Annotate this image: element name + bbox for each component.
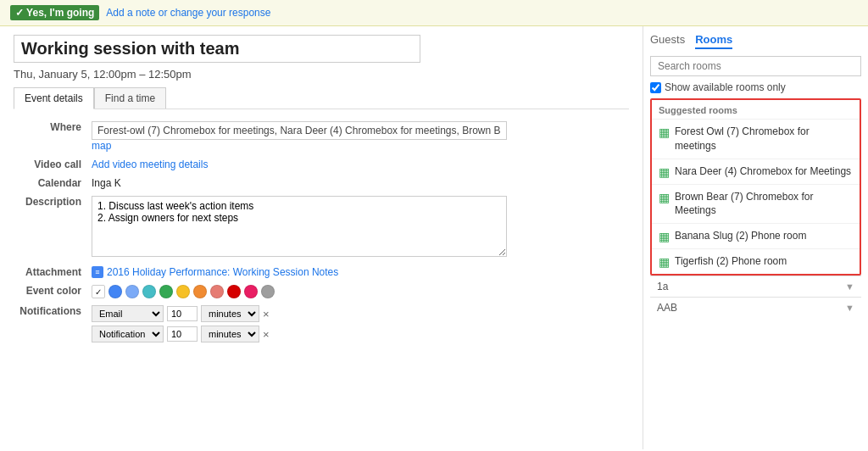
room-icon-4: ▦ (659, 230, 670, 243)
color-picker: ✓ (92, 285, 627, 298)
notif-type-2[interactable]: Notification Email (92, 326, 164, 342)
description-label: Description (14, 192, 90, 263)
color-light-blue[interactable] (125, 285, 139, 298)
description-textarea[interactable]: 1. Discuss last week's action items 2. A… (92, 196, 507, 257)
show-available-row: Show available rooms only (650, 81, 861, 93)
calendar-value: Inga K (90, 174, 629, 192)
rsvp-banner: ✓ Yes, I'm going Add a note or change yo… (0, 0, 868, 26)
attachment-value-cell: ≡ 2016 Holiday Performance: Working Sess… (90, 263, 629, 281)
room-icon-5: ▦ (659, 255, 670, 269)
rooms-list: Suggested rooms ▦ Forest Owl (7) Chromeb… (650, 98, 861, 276)
section-aab-label: AAB (657, 302, 677, 314)
suggested-header: Suggested rooms (652, 100, 860, 119)
map-link[interactable]: map (92, 140, 111, 152)
going-badge: ✓ Yes, I'm going (10, 5, 99, 20)
color-green[interactable] (159, 285, 173, 298)
color-blue[interactable] (108, 285, 122, 298)
room-icon-2: ▦ (659, 165, 670, 179)
video-link[interactable]: Add video meeting details (92, 159, 208, 170)
color-row-tr: Event color ✓ (14, 281, 629, 302)
notification-row-2: Notification Email minutes hours days × (92, 326, 627, 342)
room-name-2: Nara Deer (4) Chromebox for Meetings (675, 164, 851, 179)
panel-tabs: Guests Rooms (650, 33, 861, 49)
notif-amount-1[interactable] (167, 306, 198, 321)
color-pink[interactable] (210, 285, 224, 298)
room-name-5: Tigerfish (2) Phone room (675, 254, 787, 269)
calendar-row: Calendar Inga K (14, 174, 629, 192)
event-title-input[interactable] (14, 35, 420, 63)
show-available-label: Show available rooms only (665, 81, 786, 93)
section-aab-chevron: ▼ (845, 303, 854, 313)
section-1a-chevron: ▼ (845, 281, 854, 292)
notif-unit-1[interactable]: minutes hours days (201, 305, 259, 322)
color-magenta[interactable] (244, 285, 258, 298)
attachment-label: Attachment (14, 263, 90, 281)
room-name-3: Brown Bear (7) Chromebox for Meetings (675, 190, 853, 219)
calendar-label: Calendar (14, 174, 90, 192)
attachment-link[interactable]: ≡ 2016 Holiday Performance: Working Sess… (92, 266, 627, 278)
room-icon-1: ▦ (659, 125, 670, 139)
section-aab[interactable]: AAB ▼ (650, 297, 861, 318)
description-row: Description 1. Discuss last week's actio… (14, 192, 629, 263)
video-label: Video call (14, 155, 90, 174)
notifications-row: Notifications Email Notification minutes… (14, 302, 629, 349)
notif-amount-2[interactable] (167, 326, 198, 342)
room-item-3[interactable]: ▦ Brown Bear (7) Chromebox for Meetings (652, 184, 860, 224)
where-input[interactable] (92, 121, 507, 140)
room-icon-3: ▦ (659, 191, 670, 204)
where-row: Where map (14, 118, 629, 155)
description-value-cell: 1. Discuss last week's action items 2. A… (90, 192, 629, 263)
right-panel: Guests Rooms Show available rooms only S… (643, 26, 868, 449)
room-item-4[interactable]: ▦ Banana Slug (2) Phone room (652, 223, 860, 248)
color-gray[interactable] (261, 285, 275, 298)
attachment-row: Attachment ≡ 2016 Holiday Performance: W… (14, 263, 629, 281)
color-check[interactable]: ✓ (92, 285, 105, 298)
color-teal[interactable] (142, 285, 156, 298)
tab-event-details[interactable]: Event details (14, 87, 94, 109)
room-name-1: Forest Owl (7) Chromebox for meetings (675, 125, 853, 153)
doc-icon: ≡ (92, 266, 103, 278)
notif-remove-1[interactable]: × (263, 308, 270, 320)
room-item-1[interactable]: ▦ Forest Owl (7) Chromebox for meetings (652, 119, 860, 159)
video-row: Video call Add video meeting details (14, 155, 629, 174)
room-item-5[interactable]: ▦ Tigerfish (2) Phone room (652, 248, 860, 274)
tab-rooms[interactable]: Rooms (695, 33, 732, 49)
video-value-cell: Add video meeting details (90, 155, 629, 174)
event-tabs: Event details Find a time (14, 87, 629, 109)
where-value-cell: map (90, 118, 629, 155)
room-name-4: Banana Slug (2) Phone room (675, 229, 806, 243)
main-layout: Thu, January 5, 12:00pm – 12:50pm Event … (0, 26, 868, 449)
notif-remove-2[interactable]: × (263, 328, 270, 341)
tab-find-time[interactable]: Find a time (94, 87, 166, 109)
attachment-name: 2016 Holiday Performance: Working Sessio… (107, 266, 338, 278)
where-label: Where (14, 118, 90, 155)
section-1a-label: 1a (657, 281, 668, 292)
notif-type-1[interactable]: Email Notification (92, 305, 164, 322)
tab-guests[interactable]: Guests (650, 33, 685, 49)
search-rooms-input[interactable] (650, 56, 861, 76)
color-swatches: ✓ (90, 281, 629, 302)
notifications-label: Notifications (14, 302, 90, 349)
color-red[interactable] (227, 285, 241, 298)
notification-row-1: Email Notification minutes hours days × (92, 305, 627, 322)
room-item-2[interactable]: ▦ Nara Deer (4) Chromebox for Meetings (652, 159, 860, 184)
event-form: Where map Video call Add video meeting d… (14, 118, 629, 349)
event-time: Thu, January 5, 12:00pm – 12:50pm (14, 68, 629, 81)
section-1a[interactable]: 1a ▼ (650, 276, 861, 297)
left-panel: Thu, January 5, 12:00pm – 12:50pm Event … (0, 26, 643, 449)
color-label: Event color (14, 281, 90, 302)
notifications-value-cell: Email Notification minutes hours days × (90, 302, 629, 349)
color-yellow[interactable] (176, 285, 190, 298)
color-orange[interactable] (193, 285, 207, 298)
show-available-checkbox[interactable] (650, 82, 661, 93)
notif-unit-2[interactable]: minutes hours days (201, 326, 259, 342)
change-response-link[interactable]: Add a note or change your response (106, 7, 270, 19)
